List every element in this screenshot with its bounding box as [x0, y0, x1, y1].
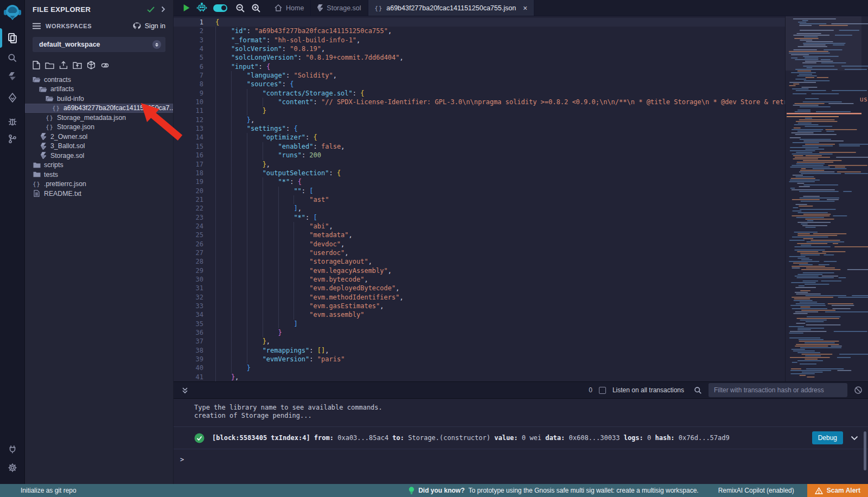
tree-item[interactable]: tests	[25, 170, 173, 180]
line-number: 8	[174, 80, 215, 88]
upload-folder-icon[interactable]	[73, 61, 82, 69]
tree-item[interactable]: build-info	[25, 94, 173, 104]
workspace-select-icon	[152, 40, 161, 49]
sidebar-item-deploy-run[interactable]	[0, 90, 25, 105]
did-you-know-tip: Did you know? To prototype using the Gno…	[409, 487, 699, 495]
code-line: 1{	[174, 18, 868, 27]
sidebar-item-debugger[interactable]	[0, 114, 25, 129]
upload-file-icon[interactable]	[59, 61, 68, 69]
code-line: 17},	[174, 160, 868, 169]
copilot-status[interactable]: RemixAI Copilot (enabled)	[718, 487, 794, 494]
line-number: 27	[174, 248, 215, 257]
zoom-in-icon[interactable]	[251, 3, 261, 13]
sidebar-item-file-explorer[interactable]	[0, 30, 25, 46]
tree-item[interactable]: {}Storage.json	[25, 123, 173, 132]
code-line: 3"_format": "hh-sol-build-info-1",	[174, 36, 868, 44]
workspace-select[interactable]: default_workspace	[33, 37, 165, 52]
tree-item-label: Storage.sol	[50, 152, 84, 160]
sign-in-label: Sign in	[145, 22, 165, 30]
new-file-icon[interactable]	[33, 61, 40, 69]
sidebar-item-settings[interactable]	[0, 460, 25, 475]
remix-logo-icon[interactable]	[3, 3, 22, 22]
terminal-scrollbar[interactable]	[864, 431, 866, 470]
sign-in-button[interactable]: Sign in	[132, 22, 165, 30]
code-lines: 1{2"id": "a69b43f277ba20fcac141151250ca7…	[174, 16, 868, 381]
line-number: 41	[174, 373, 215, 381]
lightbulb-icon	[409, 487, 414, 495]
tree-item-label: Storage.json	[57, 123, 94, 131]
line-number: 15	[174, 142, 215, 151]
tree-item[interactable]: 2_Owner.sol	[25, 132, 173, 142]
gear-icon	[8, 463, 17, 473]
line-number: 4	[174, 44, 215, 53]
expand-transaction-icon[interactable]	[851, 436, 858, 441]
close-tab-icon[interactable]: ×	[523, 4, 527, 12]
tab-label: Storage.sol	[327, 4, 361, 12]
scam-alert-label: Scam Alert	[827, 487, 860, 494]
tip-heading: Did you know?	[418, 487, 464, 494]
tree-item[interactable]: contracts	[25, 75, 173, 85]
folder-icon	[33, 162, 41, 168]
line-number: 17	[174, 160, 215, 169]
terminal-output[interactable]: Type the library name to see available c…	[174, 399, 868, 484]
line-number: 10	[174, 98, 215, 106]
terminal-expand-icon[interactable]	[182, 387, 188, 394]
sidebar-item-search[interactable]	[0, 50, 25, 65]
tree-item[interactable]: scripts	[25, 161, 173, 170]
folder-open-icon	[39, 86, 47, 92]
collapse-chevron-icon[interactable]	[161, 6, 165, 12]
clear-filter-icon[interactable]	[854, 386, 863, 394]
tree-item-label: build-info	[57, 95, 84, 103]
zoom-out-icon[interactable]	[235, 3, 245, 13]
git-init-button[interactable]: Initialize as git repo	[0, 487, 76, 494]
code-line: 39"evmVersion": "paris"	[174, 355, 868, 364]
tree-item[interactable]: README.txt	[25, 189, 173, 199]
workspaces-menu-icon[interactable]	[33, 23, 41, 29]
editor-tab[interactable]: {}a69b43f277ba20fcac141151250ca755.json×	[368, 0, 535, 16]
tree-item[interactable]: {}Storage_metadata.json	[25, 113, 173, 123]
line-number: 39	[174, 355, 215, 364]
sidebar-item-plugin-manager[interactable]	[0, 442, 25, 457]
debug-button[interactable]: Debug	[812, 431, 843, 444]
code-line: 28"storageLayout",	[174, 257, 868, 266]
plug-icon	[8, 444, 17, 454]
line-number: 30	[174, 275, 215, 284]
line-number: 7	[174, 71, 215, 80]
tree-item[interactable]: artifacts	[25, 85, 173, 94]
folder-open-icon	[46, 95, 54, 101]
listen-checkbox[interactable]	[599, 387, 606, 394]
new-folder-icon[interactable]	[45, 61, 54, 69]
code-line: 8"sources": {	[174, 80, 868, 88]
tree-item[interactable]: 3_Ballot.sol	[25, 142, 173, 151]
ipfs-cube-icon[interactable]	[87, 61, 95, 69]
terminal-prompt[interactable]: >	[180, 456, 868, 463]
terminal-log-line: creation of Storage pending...	[194, 412, 868, 420]
tree-item[interactable]: {}a69b43f277ba20fcac141151250ca7...	[25, 104, 173, 113]
code-line: 40}	[174, 364, 868, 372]
home-icon	[275, 4, 282, 11]
transaction-row[interactable]: [block:5583405 txIndex:4] from: 0xa03...…	[174, 426, 868, 449]
sidebar-item-solidity-compiler[interactable]	[0, 68, 25, 84]
run-script-icon[interactable]	[183, 4, 190, 12]
warning-icon	[815, 487, 823, 494]
editor-tab[interactable]: Home	[268, 0, 311, 16]
sidebar-item-git[interactable]	[0, 131, 25, 146]
tree-item[interactable]: Storage.sol	[25, 151, 173, 161]
copilot-toggle[interactable]	[213, 4, 227, 12]
code-editor[interactable]: 1{2"id": "a69b43f277ba20fcac141151250ca7…	[174, 16, 868, 381]
scam-alert-button[interactable]: Scam Alert	[807, 484, 868, 497]
code-line: 2"id": "a69b43f277ba20fcac141151250ca755…	[174, 27, 868, 35]
line-number: 11	[174, 106, 215, 115]
workspace-name: default_workspace	[39, 41, 152, 48]
editor-tab[interactable]: Storage.sol	[311, 0, 368, 16]
minimap[interactable]: us	[785, 16, 868, 381]
tree-item-label: README.txt	[44, 190, 81, 197]
transaction-filter-input[interactable]	[709, 383, 847, 397]
line-number: 3	[174, 36, 215, 44]
link-icon[interactable]	[100, 61, 110, 69]
ai-assistant-icon[interactable]	[196, 3, 207, 13]
tree-item[interactable]: {}.prettierrc.json	[25, 180, 173, 189]
line-number: 38	[174, 346, 215, 355]
line-number: 29	[174, 266, 215, 275]
line-number: 33	[174, 302, 215, 310]
